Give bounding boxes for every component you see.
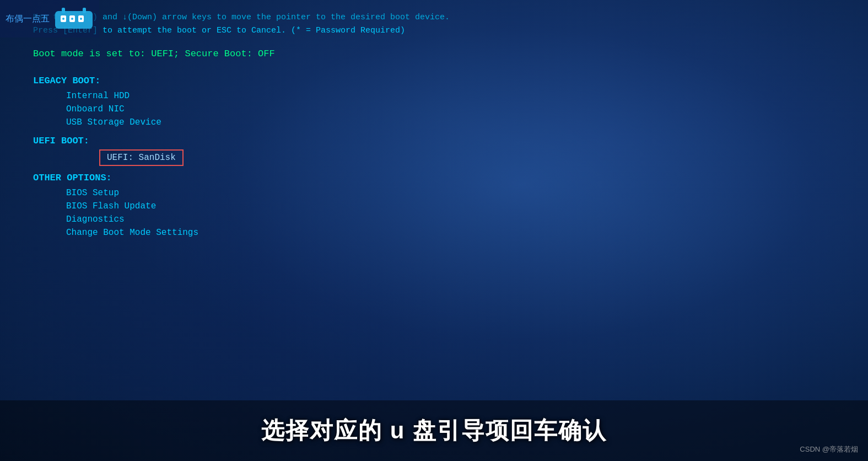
legacy-boot-item-nic[interactable]: Onboard NIC xyxy=(33,103,835,116)
other-bios-setup[interactable]: BIOS Setup xyxy=(33,186,835,200)
bios-screen: Use the ↑(Up) and ↓(Down) arrow keys to … xyxy=(0,0,868,461)
legacy-boot-header: LEGACY BOOT: xyxy=(33,76,835,86)
bilibili-logo-icon xyxy=(54,7,94,31)
legacy-boot-item-usb[interactable]: USB Storage Device xyxy=(33,116,835,129)
svg-rect-5 xyxy=(83,8,86,13)
legacy-boot-item-hdd[interactable]: Internal HDD xyxy=(33,89,835,103)
uefi-boot-header: UEFI BOOT: xyxy=(33,136,835,146)
svg-rect-4 xyxy=(62,8,65,13)
subtitle-bar: 选择对应的 u 盘引导项回车确认 xyxy=(0,400,868,461)
instruction-line1: Use the ↑(Up) and ↓(Down) arrow keys to … xyxy=(33,11,835,24)
subtitle-text: 选择对应的 u 盘引导项回车确认 xyxy=(261,415,607,446)
bios-content: Use the ↑(Up) and ↓(Down) arrow keys to … xyxy=(0,0,868,461)
boot-mode-status: Boot mode is set to: UEFI; Secure Boot: … xyxy=(33,49,835,59)
svg-point-7 xyxy=(71,18,73,20)
svg-point-6 xyxy=(62,18,64,20)
csdn-watermark: CSDN @帝落若烟 xyxy=(800,444,858,454)
svg-point-8 xyxy=(80,18,82,20)
other-diagnostics[interactable]: Diagnostics xyxy=(33,213,835,226)
channel-watermark: 布偶一点五 xyxy=(6,13,50,25)
other-change-boot-mode[interactable]: Change Boot Mode Settings xyxy=(33,226,835,239)
instruction-line2: Press [Enter] to attempt the boot or ESC… xyxy=(33,24,835,37)
uefi-boot-item-sandisk[interactable]: UEFI: SanDisk xyxy=(99,149,184,166)
other-options-header: OTHER OPTIONS: xyxy=(33,173,835,183)
other-bios-flash[interactable]: BIOS Flash Update xyxy=(33,200,835,213)
header-instructions: Use the ↑(Up) and ↓(Down) arrow keys to … xyxy=(33,11,835,37)
